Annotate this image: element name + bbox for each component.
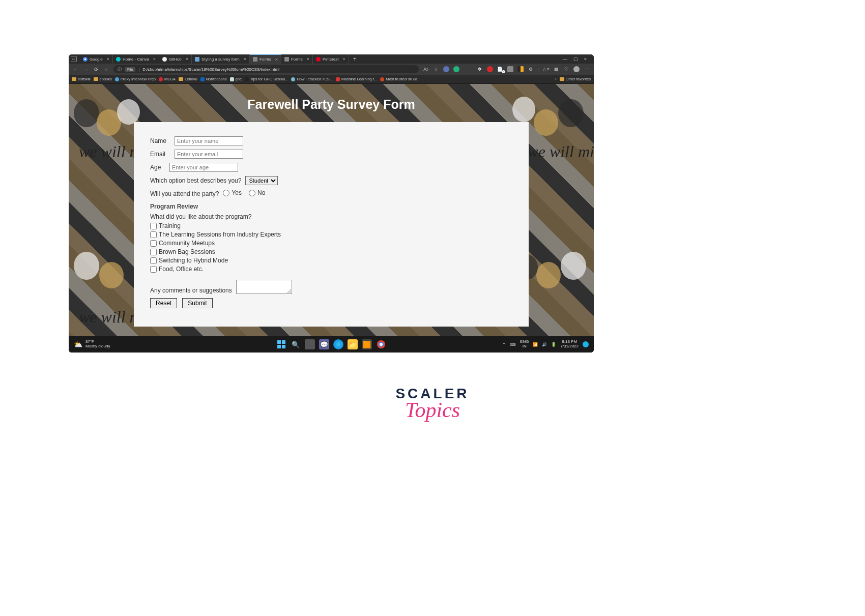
checkbox-option[interactable]: Community Meetups — [150, 240, 512, 247]
close-icon[interactable]: × — [107, 56, 109, 62]
sublime-icon[interactable]: 🟧 — [362, 339, 372, 349]
close-icon[interactable]: × — [244, 56, 246, 62]
battery-icon[interactable]: 🔋 — [551, 342, 556, 347]
close-icon[interactable]: × — [343, 56, 345, 62]
extensions-icon[interactable]: ⚙ — [528, 66, 534, 72]
checkbox-input[interactable] — [150, 231, 157, 238]
bookmark-overflow-icon[interactable]: › — [555, 77, 557, 81]
svg-rect-3 — [282, 345, 285, 348]
language-indicator[interactable]: ENG IN — [520, 340, 529, 349]
close-window-icon[interactable]: × — [584, 56, 587, 62]
favorites-list-icon[interactable]: ☆≡ — [543, 66, 549, 72]
bookmark-ghc[interactable]: ghc — [230, 77, 242, 81]
info-icon[interactable]: ⓘ — [118, 67, 122, 72]
checkbox-option[interactable]: Food, Office etc. — [150, 266, 512, 273]
url-input[interactable]: ⓘ File | D:/shubhrima/internships/Scaler… — [113, 65, 419, 73]
refresh-icon[interactable]: ⟳ — [93, 67, 99, 72]
ext-icon-4[interactable] — [487, 66, 493, 72]
profile-icon[interactable] — [573, 66, 580, 72]
checkbox-input[interactable] — [150, 223, 157, 229]
bookmark-notifications[interactable]: Notifications — [200, 77, 227, 81]
forward-icon[interactable]: → — [83, 67, 89, 72]
ext-icon-6[interactable] — [507, 66, 513, 72]
attend-no-option[interactable]: No — [249, 189, 265, 196]
bookmark-tips[interactable]: Tips for GHC Schola... — [245, 77, 289, 81]
task-view-icon[interactable] — [305, 339, 315, 349]
tab-forms-active[interactable]: Forms × — [250, 54, 281, 64]
bookmark-mega[interactable]: MEGA — [159, 77, 176, 81]
teams-icon[interactable]: 💬 — [319, 339, 329, 349]
attend-yes-option[interactable]: Yes — [223, 189, 242, 196]
ext-icon-3[interactable]: ✲ — [477, 66, 483, 72]
tab-overview-icon[interactable]: ▭ — [71, 56, 77, 62]
age-input[interactable] — [169, 163, 238, 172]
weather-widget[interactable]: ⛅ 87°F Mostly cloudy — [74, 340, 110, 349]
tray-chevron-icon[interactable]: ⌃ — [502, 342, 506, 347]
comments-textarea[interactable] — [236, 280, 292, 294]
tab-label: Pinterest — [323, 57, 339, 62]
file-explorer-icon[interactable]: 📁 — [348, 339, 358, 349]
ext-icon-5[interactable]: 📄4 — [497, 66, 503, 72]
close-icon[interactable]: × — [186, 56, 188, 62]
start-icon[interactable] — [276, 339, 286, 349]
checkbox-input[interactable] — [150, 257, 157, 264]
describe-select[interactable]: Student — [245, 176, 278, 185]
edge-icon[interactable] — [333, 339, 343, 349]
bookmark-tcs[interactable]: How I cracked TCS... — [291, 77, 333, 81]
checkbox-input[interactable] — [150, 240, 157, 247]
collections-icon[interactable]: ▦ — [553, 66, 559, 72]
maximize-icon[interactable]: ▢ — [573, 56, 578, 62]
home-icon[interactable]: ⌂ — [103, 67, 109, 72]
attend-no-radio[interactable] — [249, 190, 255, 196]
browser-window: ▭ Google × Home - Canva × GitHub × Styli… — [69, 54, 594, 353]
ext-icon-7[interactable] — [517, 66, 524, 72]
search-icon[interactable]: 🔍 — [291, 339, 301, 349]
tab-pinterest[interactable]: Pinterest × — [313, 54, 349, 64]
tab-github[interactable]: GitHub × — [159, 54, 192, 64]
checkbox-option[interactable]: Training — [150, 222, 512, 229]
chrome-icon[interactable] — [376, 339, 386, 349]
ext-icon-2[interactable] — [453, 66, 459, 72]
favicon-doc — [195, 57, 199, 62]
bookmark-softskill[interactable]: softskill — [72, 77, 91, 81]
bookmark-trusted[interactable]: Most trusted 90 da... — [380, 77, 420, 81]
checkbox-option[interactable]: The Learning Sessions from Industry Expe… — [150, 231, 512, 238]
favorite-icon[interactable]: ☆ — [433, 66, 439, 72]
checkbox-option[interactable]: Switching to Hybrid Mode — [150, 257, 512, 264]
program-review-header: Program Review — [150, 203, 512, 210]
bookmark-ebooks[interactable]: ebooks — [94, 77, 112, 81]
bookmark-other-favorites[interactable]: Other favorites — [560, 77, 591, 81]
bookmark-lenovo[interactable]: Lenovo — [179, 77, 197, 81]
tab-styling[interactable]: Styling a survey form × — [192, 54, 250, 64]
address-bar: ← → ⟳ ⌂ ⓘ File | D:/shubhrima/internship… — [69, 64, 594, 75]
close-icon[interactable]: × — [275, 57, 278, 62]
checkbox-option[interactable]: Brown Bag Sessions — [150, 248, 512, 255]
keyboard-icon[interactable]: ⌨ — [510, 342, 516, 347]
bookmark-ml[interactable]: Machine Learning f... — [336, 77, 377, 81]
reset-button[interactable]: Reset — [150, 298, 177, 308]
back-icon[interactable]: ← — [73, 67, 79, 72]
heart-icon[interactable]: ♡ — [563, 66, 569, 72]
tab-canva[interactable]: Home - Canva × — [113, 54, 159, 64]
tray-notification-icon[interactable] — [583, 341, 589, 347]
minimize-icon[interactable]: — — [563, 56, 567, 62]
ext-icon-1[interactable] — [443, 66, 449, 72]
checkbox-input[interactable] — [150, 266, 157, 273]
volume-icon[interactable]: 🔊 — [542, 342, 547, 347]
close-icon[interactable]: × — [153, 56, 156, 62]
folder-icon — [560, 77, 564, 81]
tab-google[interactable]: Google × — [80, 54, 113, 64]
email-input[interactable] — [175, 150, 243, 159]
tab-forms-2[interactable]: Forms × — [281, 54, 313, 64]
close-icon[interactable]: × — [307, 56, 309, 62]
menu-icon[interactable]: ⋯ — [584, 66, 590, 72]
clock[interactable]: 8:18 PM 7/31/2022 — [560, 340, 579, 349]
read-aloud-icon[interactable]: A)) — [423, 66, 429, 72]
bookmark-proxy[interactable]: Proxy Interview Prep — [115, 77, 156, 81]
submit-button[interactable]: Submit — [182, 298, 212, 308]
attend-yes-radio[interactable] — [223, 190, 229, 196]
checkbox-input[interactable] — [150, 249, 157, 255]
name-input[interactable] — [175, 136, 243, 145]
new-tab-button[interactable]: + — [349, 55, 361, 63]
wifi-icon[interactable]: 📶 — [533, 342, 538, 347]
